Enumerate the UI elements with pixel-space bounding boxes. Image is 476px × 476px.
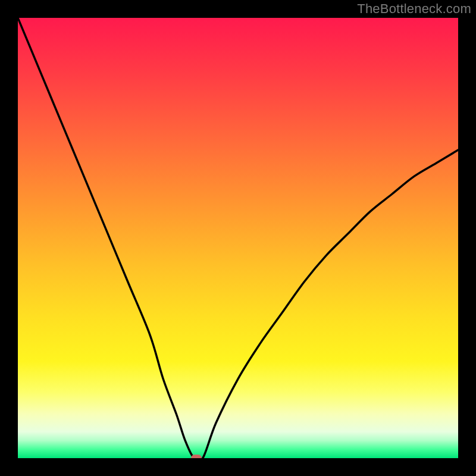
chart-frame: TheBottleneck.com bbox=[0, 0, 476, 476]
optimal-marker bbox=[191, 455, 202, 458]
curve-path bbox=[18, 18, 458, 458]
watermark-text: TheBottleneck.com bbox=[357, 1, 471, 17]
plot-area bbox=[18, 18, 458, 458]
bottleneck-curve bbox=[18, 18, 458, 458]
